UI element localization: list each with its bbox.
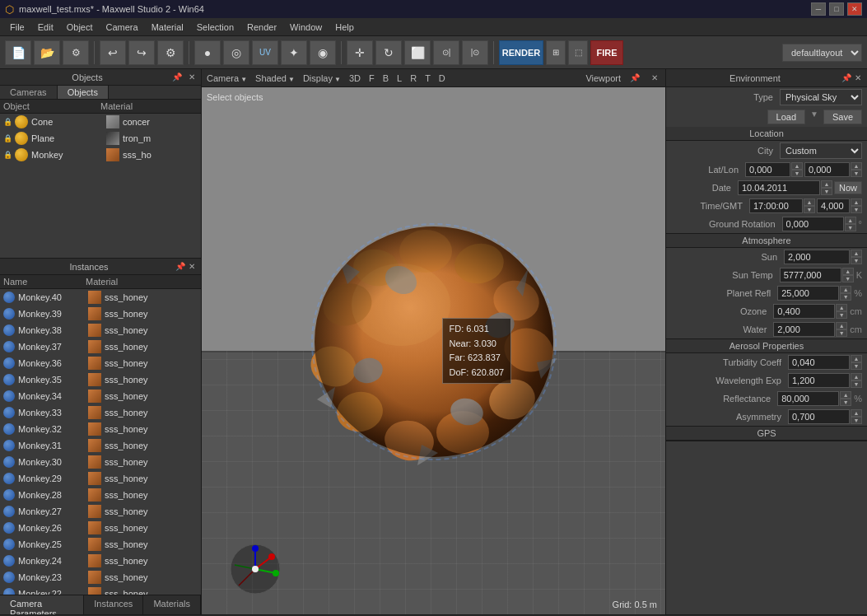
- shading-dropdown[interactable]: Shaded▼: [255, 73, 295, 83]
- lon-up[interactable]: ▲: [851, 162, 862, 170]
- camera2-button[interactable]: |⊙: [462, 40, 488, 65]
- lon-down[interactable]: ▼: [851, 170, 862, 177]
- date-up[interactable]: ▲: [821, 180, 832, 188]
- instance-row[interactable]: Monkey.35 sss_honey: [0, 371, 201, 388]
- pr-down[interactable]: ▼: [840, 293, 851, 301]
- wavelength-input[interactable]: [788, 373, 850, 388]
- menu-camera[interactable]: Camera: [100, 21, 145, 34]
- view-d[interactable]: D: [439, 73, 445, 83]
- oz-up[interactable]: ▲: [836, 304, 847, 311]
- close-instances-icon[interactable]: ✕: [186, 261, 198, 273]
- menu-window[interactable]: Window: [283, 21, 329, 34]
- display-dropdown[interactable]: Display▼: [303, 73, 341, 83]
- view-b[interactable]: B: [383, 73, 389, 83]
- view-3d[interactable]: 3D: [349, 73, 361, 83]
- pin-right-icon[interactable]: 📌: [841, 72, 852, 84]
- render-button[interactable]: RENDER: [499, 40, 543, 65]
- gmt-down[interactable]: ▼: [851, 206, 862, 213]
- water-input[interactable]: [773, 322, 835, 337]
- sun-down[interactable]: ▼: [851, 257, 862, 264]
- rotate-tool[interactable]: ↻: [375, 40, 402, 65]
- tab-materials[interactable]: Materials: [143, 595, 201, 614]
- instance-row[interactable]: Monkey.39 sss_honey: [0, 306, 201, 322]
- ozone-input[interactable]: [773, 304, 835, 319]
- instance-row[interactable]: Monkey.22 sss_honey: [0, 586, 201, 595]
- menu-material[interactable]: Material: [145, 21, 190, 34]
- view-f[interactable]: F: [369, 73, 375, 83]
- turbidity-input[interactable]: [788, 355, 850, 370]
- object-row-plane[interactable]: 🔒 Plane tron_m: [0, 130, 201, 147]
- lon-input[interactable]: [804, 162, 850, 177]
- pin-instances-icon[interactable]: 📌: [175, 261, 186, 273]
- instance-row[interactable]: Monkey.33 sss_honey: [0, 404, 201, 421]
- uv-button[interactable]: UV: [252, 40, 278, 65]
- instance-row[interactable]: Monkey.29 sss_honey: [0, 470, 201, 487]
- sun-input[interactable]: [784, 250, 850, 264]
- ground-rotation-input[interactable]: [782, 217, 844, 231]
- oz-down[interactable]: ▼: [836, 311, 847, 319]
- tab-camera-parameters[interactable]: Camera Parameters: [0, 595, 84, 614]
- transform-button[interactable]: ✦: [281, 40, 307, 65]
- st-down[interactable]: ▼: [842, 275, 854, 282]
- ref-down[interactable]: ▼: [840, 399, 851, 406]
- lat-up[interactable]: ▲: [791, 162, 803, 170]
- menu-edit[interactable]: Edit: [31, 21, 60, 34]
- open-button[interactable]: 📂: [34, 40, 60, 65]
- asy-down[interactable]: ▼: [851, 417, 862, 424]
- pin-viewport-icon[interactable]: 📌: [629, 72, 641, 84]
- object-row-monkey[interactable]: 🔒 Monkey sss_ho: [0, 147, 201, 163]
- redo-button[interactable]: ↪: [128, 40, 155, 65]
- time-up[interactable]: ▲: [804, 198, 815, 206]
- menu-object[interactable]: Object: [60, 21, 100, 34]
- instance-row[interactable]: Monkey.25 sss_honey: [0, 536, 201, 553]
- tc-down[interactable]: ▼: [851, 362, 862, 370]
- menu-selection[interactable]: Selection: [190, 21, 240, 34]
- close-panel-icon[interactable]: ✕: [186, 72, 198, 83]
- sun-up[interactable]: ▲: [851, 250, 862, 257]
- type-select[interactable]: Physical Sky: [780, 89, 862, 105]
- ref-up[interactable]: ▲: [840, 391, 851, 399]
- instance-row[interactable]: Monkey.27 sss_honey: [0, 503, 201, 520]
- tab-instances[interactable]: Instances: [84, 595, 143, 614]
- gr-down[interactable]: ▼: [845, 224, 856, 231]
- instance-row[interactable]: Monkey.26 sss_honey: [0, 520, 201, 536]
- view-l[interactable]: L: [397, 73, 402, 83]
- fire-button[interactable]: FIRE: [590, 40, 623, 65]
- instance-row[interactable]: Monkey.31 sss_honey: [0, 437, 201, 454]
- menu-help[interactable]: Help: [329, 21, 361, 34]
- time-input[interactable]: [749, 198, 803, 213]
- now-button[interactable]: Now: [834, 181, 862, 194]
- menu-file[interactable]: File: [3, 21, 31, 34]
- sphere2-tool[interactable]: ◉: [310, 40, 336, 65]
- instance-row[interactable]: Monkey.34 sss_honey: [0, 388, 201, 404]
- pin-icon[interactable]: 📌: [171, 72, 183, 83]
- gmt-input[interactable]: [817, 198, 850, 213]
- move-tool[interactable]: ✛: [347, 40, 373, 65]
- camera-button[interactable]: ⊙|: [433, 40, 459, 65]
- save-button[interactable]: ⚙: [63, 40, 89, 65]
- instance-row[interactable]: Monkey.24 sss_honey: [0, 553, 201, 569]
- w-up[interactable]: ▲: [836, 322, 847, 329]
- view-r[interactable]: R: [410, 73, 417, 83]
- instance-row[interactable]: Monkey.38 sss_honey: [0, 322, 201, 338]
- layout-select[interactable]: defaultlayout: [782, 44, 862, 62]
- close-viewport-icon[interactable]: ✕: [649, 72, 660, 84]
- close-right-icon[interactable]: ✕: [852, 72, 864, 84]
- planet-refl-input[interactable]: [777, 286, 839, 301]
- w-down[interactable]: ▼: [836, 329, 847, 337]
- instance-row[interactable]: Monkey.28 sss_honey: [0, 487, 201, 503]
- date-down[interactable]: ▼: [821, 188, 832, 195]
- gr-up[interactable]: ▲: [845, 217, 856, 224]
- view-t[interactable]: T: [425, 73, 431, 83]
- time-down[interactable]: ▼: [804, 206, 815, 213]
- maximize-button[interactable]: □: [829, 2, 844, 16]
- asy-up[interactable]: ▲: [851, 409, 862, 417]
- viewport-content[interactable]: Select objects: [202, 87, 665, 614]
- instance-row[interactable]: Monkey.36 sss_honey: [0, 355, 201, 371]
- instance-row[interactable]: Monkey.30 sss_honey: [0, 454, 201, 470]
- gmt-up[interactable]: ▲: [851, 198, 862, 206]
- reflectance-input[interactable]: [777, 391, 839, 406]
- tab-cameras[interactable]: Cameras: [0, 86, 58, 99]
- sun-temp-input[interactable]: [780, 268, 841, 282]
- settings-button[interactable]: ⚙: [157, 40, 184, 65]
